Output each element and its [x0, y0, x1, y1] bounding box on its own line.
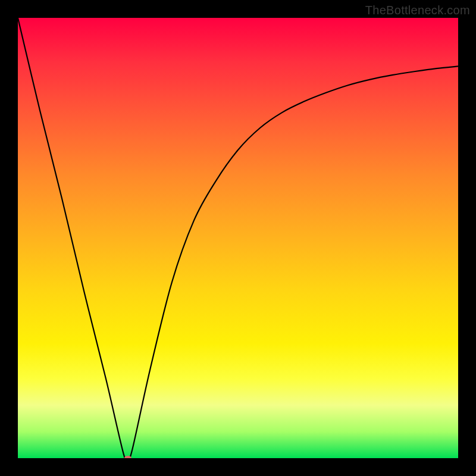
- curve-path: [18, 18, 458, 458]
- optimum-marker: [124, 456, 131, 458]
- plot-area: [18, 18, 458, 458]
- bottleneck-curve: [18, 18, 458, 458]
- chart-frame: TheBottleneck.com: [0, 0, 476, 476]
- watermark-text: TheBottleneck.com: [365, 4, 470, 17]
